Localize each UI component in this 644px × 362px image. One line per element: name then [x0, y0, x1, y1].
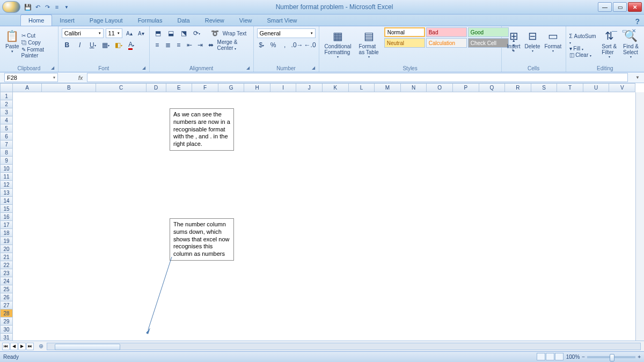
select-all-corner[interactable]	[0, 83, 13, 92]
percent-icon[interactable]: %	[268, 40, 278, 50]
row-header-26[interactable]: 26	[0, 293, 13, 301]
row-header-9[interactable]: 9	[0, 157, 13, 165]
horizontal-scrollbar[interactable]	[47, 343, 641, 350]
format-button[interactable]: ▭Format▾	[542, 27, 564, 64]
cell-style-normal[interactable]: Normal	[384, 27, 425, 37]
delete-button[interactable]: ⊟Delete▾	[523, 27, 543, 64]
tab-next-icon[interactable]: ▶	[18, 343, 26, 350]
cell-style-calculation[interactable]: Calculation	[426, 38, 467, 48]
maximize-button[interactable]: ▭	[613, 2, 627, 12]
fill-color-button[interactable]: ◧▾	[113, 40, 124, 50]
row-header-21[interactable]: 21	[0, 253, 13, 261]
underline-button[interactable]: U▾	[87, 40, 98, 50]
zoom-in-icon[interactable]: +	[638, 354, 641, 360]
row-header-16[interactable]: 16	[0, 213, 13, 221]
col-header-C[interactable]: C	[96, 83, 146, 92]
view-buttons[interactable]	[537, 353, 564, 361]
ribbon-tab-formulas[interactable]: Formulas	[130, 15, 170, 26]
vertical-scrollbar[interactable]	[635, 92, 644, 341]
row-header-20[interactable]: 20	[0, 245, 13, 253]
row-header-15[interactable]: 15	[0, 205, 13, 213]
minimize-button[interactable]: —	[598, 2, 612, 12]
ribbon-tab-page-layout[interactable]: Page Layout	[82, 15, 130, 26]
col-header-P[interactable]: P	[453, 83, 479, 92]
ribbon-tab-insert[interactable]: Insert	[52, 15, 82, 26]
zoom-out-icon[interactable]: −	[582, 354, 585, 360]
row-header-29[interactable]: 29	[0, 317, 13, 326]
formula-expand-icon[interactable]: ▼	[633, 72, 642, 83]
ribbon-tab-review[interactable]: Review	[197, 15, 232, 26]
ribbon-tab-smart-view[interactable]: Smart View	[259, 15, 304, 26]
row-header-14[interactable]: 14	[0, 197, 13, 205]
font-launcher[interactable]: ◢	[142, 65, 148, 71]
col-header-F[interactable]: F	[192, 83, 218, 92]
col-header-L[interactable]: L	[349, 83, 375, 92]
col-header-K[interactable]: K	[323, 83, 349, 92]
worksheet-grid[interactable]: ABCDEFGHIJKLMNOPQRSTUV 12345678910111213…	[0, 83, 644, 341]
find-select-button[interactable]: 🔍Find & Select▾	[621, 27, 641, 64]
annotation-textbox-2[interactable]: The number column sums down, which shows…	[170, 218, 234, 261]
wrap-text-button[interactable]: Wrap Text	[223, 31, 247, 36]
font-name-combo[interactable]: Calibri▾	[62, 28, 104, 38]
office-button[interactable]	[2, 1, 20, 13]
col-header-U[interactable]: U	[583, 83, 610, 92]
accounting-icon[interactable]: $▾	[257, 40, 267, 50]
decrease-decimal-icon[interactable]: ←.0	[305, 40, 316, 50]
new-sheet-icon[interactable]: ⊕	[39, 343, 43, 350]
col-header-A[interactable]: A	[13, 83, 42, 92]
sort-filter-button[interactable]: ⇅Sort & Filter▾	[599, 27, 619, 64]
col-header-T[interactable]: T	[557, 83, 583, 92]
cell-style-neutral[interactable]: Neutral	[384, 38, 425, 48]
row-header-19[interactable]: 19	[0, 237, 13, 245]
row-header-24[interactable]: 24	[0, 277, 13, 285]
tab-first-icon[interactable]: ⏮	[2, 343, 10, 350]
col-header-M[interactable]: M	[375, 83, 401, 92]
align-center-icon[interactable]: ≣	[164, 40, 172, 50]
shrink-font-icon[interactable]: A▾	[136, 28, 146, 39]
row-header-27[interactable]: 27	[0, 301, 13, 309]
col-header-I[interactable]: I	[270, 83, 297, 92]
font-color-button[interactable]: A▾	[126, 40, 137, 50]
copy-button[interactable]: ⿻ Copy	[21, 40, 55, 46]
save-icon[interactable]: 💾	[24, 3, 32, 11]
insert-button[interactable]: ⊞Insert▾	[505, 27, 523, 64]
number-format-combo[interactable]: General▾	[257, 28, 316, 38]
align-bottom-icon[interactable]: ⬔	[179, 28, 189, 39]
qat-custom-icon[interactable]: ≡	[53, 3, 61, 11]
name-box[interactable]: F28	[4, 73, 58, 82]
col-header-H[interactable]: H	[244, 83, 270, 92]
row-header-5[interactable]: 5	[0, 124, 13, 132]
tab-prev-icon[interactable]: ◀	[10, 343, 18, 350]
clear-button[interactable]: ◫ Clear ▾	[569, 52, 598, 58]
tab-last-icon[interactable]: ⏭	[26, 343, 34, 350]
qat-dropdown-icon[interactable]: ▼	[62, 3, 71, 11]
align-top-icon[interactable]: ⬒	[153, 28, 164, 39]
col-header-E[interactable]: E	[166, 83, 193, 92]
annotation-textbox-1[interactable]: As we can see the numbers are now in a r…	[170, 108, 234, 151]
row-header-30[interactable]: 30	[0, 326, 13, 334]
row-header-11[interactable]: 11	[0, 173, 13, 181]
zoom-slider[interactable]	[587, 356, 635, 358]
row-header-8[interactable]: 8	[0, 149, 13, 157]
decrease-indent-icon[interactable]: ⇤	[185, 40, 194, 50]
fill-button[interactable]: ▾ Fill ▾	[569, 46, 598, 51]
col-header-D[interactable]: D	[147, 83, 166, 92]
col-header-G[interactable]: G	[218, 83, 245, 92]
row-header-6[interactable]: 6	[0, 132, 13, 141]
clipboard-launcher[interactable]: ◢	[51, 65, 56, 71]
font-size-combo[interactable]: 11▾	[106, 28, 122, 38]
row-header-31[interactable]: 31	[0, 334, 13, 341]
format-painter-button[interactable]: ✎ Format Painter	[21, 47, 55, 58]
orientation-icon[interactable]: ⟳▾	[192, 28, 202, 39]
ribbon-tab-data[interactable]: Data	[170, 15, 197, 26]
close-button[interactable]: ✕	[628, 2, 642, 12]
align-left-icon[interactable]: ≡	[153, 40, 162, 50]
conditional-formatting-button[interactable]: ▦Conditional Formatting▾	[323, 27, 354, 64]
col-header-N[interactable]: N	[401, 83, 427, 92]
col-header-R[interactable]: R	[505, 83, 531, 92]
merge-center-button[interactable]: Merge & Center ▾	[217, 39, 250, 51]
col-header-Q[interactable]: Q	[479, 83, 506, 92]
italic-button[interactable]: I	[75, 40, 85, 50]
increase-indent-icon[interactable]: ⇥	[196, 40, 204, 50]
cell-style-bad[interactable]: Bad	[426, 27, 467, 37]
